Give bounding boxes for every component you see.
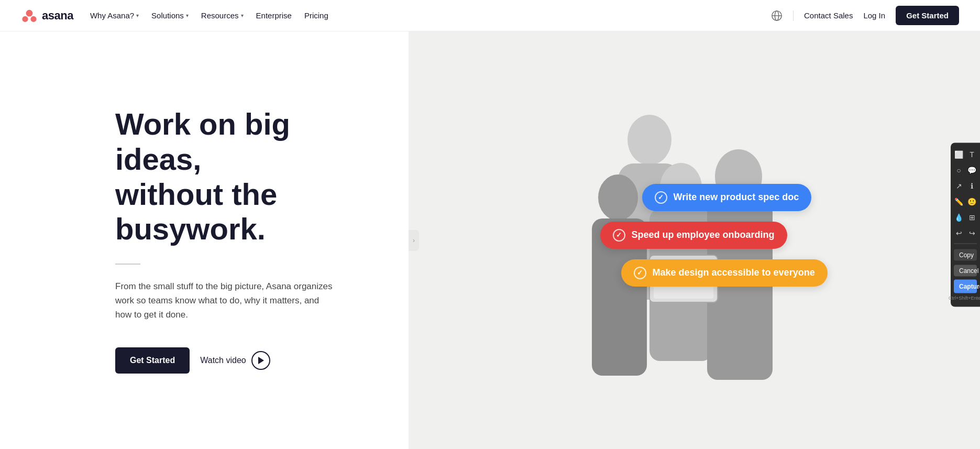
nav-right: Contact Sales Log In Get Started: [771, 6, 959, 25]
login-link[interactable]: Log In: [863, 11, 885, 20]
undo-tool[interactable]: ↩: [953, 226, 965, 239]
main-container: Work on big ideas, without the busywork.…: [0, 31, 980, 449]
chevron-down-icon: ▾: [241, 13, 244, 18]
toolbar-row-5: 💧 ⊞: [951, 210, 980, 224]
svg-point-1: [22, 16, 28, 21]
toolbar-row-4: ✏️ 🙂: [951, 194, 980, 209]
hero-actions: Get Started Watch video: [115, 347, 367, 374]
capture-button[interactable]: Capture: [954, 279, 977, 293]
toolbar-divider: [954, 243, 977, 244]
nav-why-asana[interactable]: Why Asana? ▾: [90, 11, 139, 20]
asana-logo-icon: [21, 7, 38, 24]
logo-link[interactable]: asana: [21, 7, 73, 24]
hero-divider: [115, 264, 140, 265]
pen-tool[interactable]: ✏️: [953, 195, 965, 207]
nav-left: asana Why Asana? ▾ Solutions ▾ Resources…: [21, 7, 328, 24]
rectangle-tool[interactable]: ⬜: [953, 148, 965, 160]
callout-tool[interactable]: 💬: [966, 163, 978, 176]
watch-video-button[interactable]: Watch video: [200, 351, 270, 370]
info-tool[interactable]: ℹ: [966, 179, 978, 192]
svg-point-6: [627, 115, 671, 165]
logo-text: asana: [42, 9, 73, 23]
keyboard-shortcut: Ctrl+Shift+Enter: [949, 295, 980, 302]
toolbar-row-2: ○ 💬: [951, 162, 980, 177]
redo-tool[interactable]: ↪: [966, 226, 978, 239]
task-pill-orange: ✓ Make design accessible to everyone: [621, 259, 828, 287]
task-pill-blue: ✓ Write new product spec doc: [642, 184, 812, 211]
chevron-left-icon: ›: [413, 237, 415, 244]
cancel-button[interactable]: Cancel: [954, 265, 977, 276]
arrow-tool[interactable]: ↗: [953, 179, 965, 192]
hero-title: Work on big ideas, without the busywork.: [115, 107, 367, 247]
nav-links: Why Asana? ▾ Solutions ▾ Resources ▾ Ent…: [90, 11, 328, 20]
globe-icon[interactable]: [771, 10, 783, 21]
nav-enterprise[interactable]: Enterprise: [256, 11, 292, 20]
svg-point-0: [26, 9, 33, 16]
emoji-tool[interactable]: 🙂: [966, 195, 978, 207]
mosaic-tool[interactable]: ⊞: [966, 211, 978, 223]
nav-pricing[interactable]: Pricing: [304, 11, 328, 20]
play-triangle: [258, 357, 264, 364]
task-pills: ✓ Write new product spec doc ✓ Speed up …: [600, 184, 915, 297]
text-tool[interactable]: T: [966, 148, 978, 160]
nav-resources[interactable]: Resources ▾: [201, 11, 244, 20]
toolbar-row-1: ⬜ T: [951, 147, 980, 161]
collapse-arrow[interactable]: ›: [409, 230, 419, 251]
play-icon: [251, 351, 270, 370]
toolbar-row-6: ↩ ↪: [951, 225, 980, 240]
get-started-nav-button[interactable]: Get Started: [896, 6, 959, 25]
nav-solutions[interactable]: Solutions ▾: [151, 11, 189, 20]
chevron-down-icon: ▾: [136, 13, 139, 18]
screenshot-toolbar: ⬜ T ○ 💬 ↗ ℹ ✏️ 🙂 💧 ⊞ ↩ ↪ Copy Cancel Cap…: [951, 143, 980, 306]
toolbar-row-3: ↗ ℹ: [951, 178, 980, 193]
check-icon-red: ✓: [613, 229, 625, 242]
nav-divider: [793, 10, 794, 21]
get-started-hero-button[interactable]: Get Started: [115, 347, 190, 374]
check-icon-blue: ✓: [655, 191, 667, 204]
check-icon-orange: ✓: [634, 267, 646, 279]
eyedropper-tool[interactable]: 💧: [953, 211, 965, 223]
right-panel: ›: [409, 31, 980, 449]
hero-description: From the small stuff to the big picture,…: [115, 279, 335, 322]
navigation: asana Why Asana? ▾ Solutions ▾ Resources…: [0, 0, 980, 31]
task-pill-red: ✓ Speed up employee onboarding: [600, 222, 787, 249]
copy-button[interactable]: Copy: [954, 249, 977, 260]
circle-tool[interactable]: ○: [953, 163, 965, 176]
left-panel: Work on big ideas, without the busywork.…: [0, 31, 409, 449]
contact-sales-link[interactable]: Contact Sales: [804, 11, 853, 20]
svg-point-2: [30, 16, 36, 21]
chevron-down-icon: ▾: [186, 13, 189, 18]
